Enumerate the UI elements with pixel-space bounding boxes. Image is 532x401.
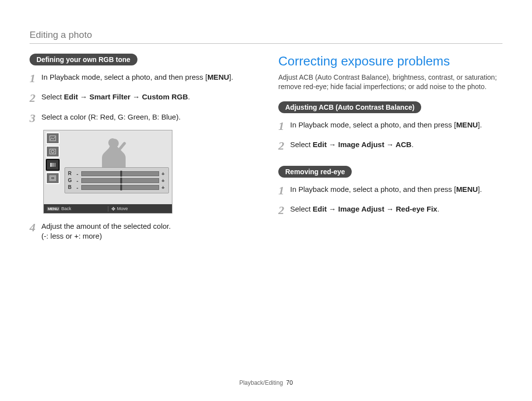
step-number: 4 (30, 219, 41, 242)
step-text-pre: Select (290, 205, 313, 213)
step-text: Adjust the amount of the selected color.… (41, 219, 171, 242)
dpad-icon: ✥ (111, 206, 115, 212)
step-text-pre: Select (41, 93, 64, 101)
topic-pill-redeye: Removing red-eye (278, 166, 352, 178)
step-text: In Playback mode, select a photo, and th… (290, 183, 482, 198)
slider-label: G (68, 178, 75, 183)
step-number: 2 (30, 90, 41, 106)
step-text-pre: In Playback mode, select a photo, and th… (41, 73, 207, 81)
step-item: 3 Select a color (R: Red, G: Green, B: B… (30, 110, 254, 126)
step-text: In Playback mode, select a photo, and th… (290, 118, 482, 134)
step-text-post: . (437, 205, 439, 213)
step-number: 2 (278, 202, 290, 218)
rgb-steps-list: 1 In Playback mode, select a photo, and … (30, 70, 254, 126)
effect-thumbnail (46, 172, 60, 184)
intro-paragraph: Adjust ACB (Auto Contrast Balance), brig… (278, 73, 502, 92)
step-item: 2 Select Edit → Image Adjust → Red-eye F… (278, 202, 502, 218)
step-item: 1 In Playback mode, select a photo, and … (278, 118, 502, 134)
step-number: 1 (278, 118, 290, 134)
step-text: In Playback mode, select a photo, and th… (41, 70, 233, 86)
step-text-pre: Select (290, 140, 313, 149)
svg-point-2 (51, 150, 54, 153)
svg-rect-4 (52, 163, 54, 167)
step-item: 1 In Playback mode, select a photo, and … (278, 183, 502, 198)
step-text-pre: In Playback mode, select a photo, and th… (290, 185, 456, 193)
legend-back: MENUBack (44, 206, 108, 211)
step-text-pre: Select a color (R: Red, G: Green, B: Blu… (41, 113, 181, 121)
footer-page-number: 70 (286, 379, 293, 386)
step-item: 2 Select Edit → Smart Filter → Custom RG… (30, 90, 254, 106)
rgb-adjust-diagram: R-+ G-+ B-+ MENUBack ✥Move (43, 130, 172, 214)
redeye-steps-list: 1 In Playback mode, select a photo, and … (278, 183, 502, 218)
effect-thumbnail-selected (46, 159, 60, 171)
spacer (278, 158, 502, 166)
step-text: Select Edit → Image Adjust → Red-eye Fix… (290, 202, 439, 218)
menu-button-icon: MENU (47, 207, 60, 211)
slider-bar (81, 178, 159, 183)
slider-row-g: G-+ (68, 177, 166, 184)
slider-bar (81, 185, 159, 190)
step-item: 1 In Playback mode, select a photo, and … (30, 70, 254, 86)
plus-icon: + (161, 178, 166, 184)
left-column: Defining your own RGB tone 1 In Playback… (30, 54, 254, 246)
manual-page: Editing a photo Defining your own RGB to… (0, 0, 532, 401)
step-text: Select a color (R: Red, G: Green, B: Blu… (41, 110, 181, 126)
minus-icon: - (75, 185, 80, 190)
topic-pill-acb: Adjusting ACB (Auto Contrast Balance) (278, 101, 421, 113)
svg-rect-0 (50, 136, 56, 141)
svg-rect-7 (51, 177, 55, 180)
step-number: 1 (30, 70, 41, 86)
step-item: 2 Select Edit → Image Adjust → ACB. (278, 138, 502, 154)
step-text-post: . (188, 93, 190, 101)
step-text-pre: In Playback mode, select a photo, and th… (290, 121, 456, 129)
effect-thumbnail (46, 146, 60, 157)
diagram-legend: MENUBack ✥Move (44, 204, 172, 213)
step-item: 4 Adjust the amount of the selected colo… (30, 219, 254, 242)
footer-section: Playback/Editing (239, 379, 283, 386)
step-text-sub: (-: less or +: more) (41, 232, 102, 240)
step-text-post: . (411, 140, 413, 149)
heading-correcting-exposure: Correcting exposure problems (278, 54, 502, 69)
step-text-bold: MENU (456, 185, 478, 193)
step-text-pre: Adjust the amount of the selected color. (41, 222, 171, 230)
rgb-steps-list-cont: 4 Adjust the amount of the selected colo… (30, 219, 254, 242)
step-text: Select Edit → Smart Filter → Custom RGB. (41, 90, 190, 106)
legend-move-label: Move (117, 206, 128, 211)
minus-icon: - (75, 178, 80, 184)
step-text-post: ]. (478, 185, 482, 193)
step-number: 1 (278, 183, 290, 198)
step-text-bold: MENU (456, 121, 478, 129)
two-column-layout: Defining your own RGB tone 1 In Playback… (30, 54, 502, 246)
right-column: Correcting exposure problems Adjust ACB … (278, 54, 502, 246)
page-section-title: Editing a photo (30, 30, 502, 40)
step-number: 2 (278, 138, 290, 154)
legend-back-label: Back (62, 206, 71, 211)
plus-icon: + (161, 171, 166, 177)
slider-bar (81, 171, 159, 176)
step-text-bold: MENU (207, 73, 229, 81)
step-text-bold: Edit → Image Adjust → Red-eye Fix (313, 205, 437, 213)
slider-row-b: B-+ (68, 184, 166, 190)
effect-thumbnail (46, 132, 60, 144)
svg-rect-5 (54, 163, 56, 167)
slider-label: B (68, 185, 75, 190)
step-text-post: ]. (229, 73, 233, 81)
step-text: Select Edit → Image Adjust → ACB. (290, 138, 414, 154)
page-footer: Playback/Editing 70 (0, 379, 532, 386)
section-divider (30, 43, 502, 44)
step-text-bold: Edit → Image Adjust → ACB (313, 140, 412, 149)
effect-thumbnail-strip (46, 132, 59, 185)
plus-icon: + (161, 185, 166, 190)
minus-icon: - (75, 171, 80, 177)
step-number: 3 (30, 110, 41, 126)
acb-steps-list: 1 In Playback mode, select a photo, and … (278, 118, 502, 154)
legend-move: ✥Move (108, 206, 172, 212)
rgb-slider-panel: R-+ G-+ B-+ (65, 167, 169, 193)
svg-rect-3 (50, 163, 52, 167)
slider-label: R (68, 171, 75, 176)
topic-pill-rgb: Defining your own RGB tone (30, 54, 137, 65)
step-text-post: ]. (478, 121, 482, 129)
slider-row-r: R-+ (68, 170, 166, 177)
diagram-canvas: R-+ G-+ B-+ (44, 130, 172, 204)
step-text-bold: Edit → Smart Filter → Custom RGB (64, 93, 188, 101)
